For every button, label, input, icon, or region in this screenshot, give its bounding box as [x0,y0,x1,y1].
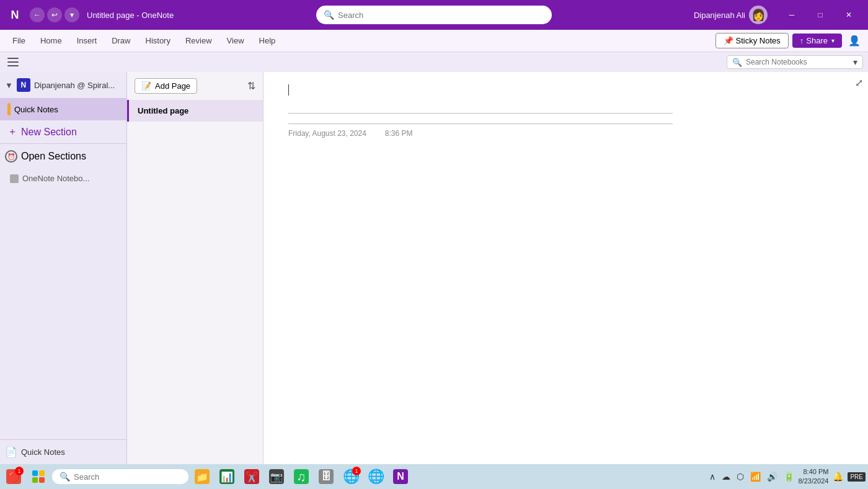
note-content: Friday, August 23, 2024 8:36 PM [264,72,868,464]
tray-cloud1[interactable]: ☁ [720,470,732,483]
taskbar-start-button[interactable] [27,465,50,488]
menu-file[interactable]: File [5,32,33,49]
add-page-button[interactable]: 📝 Add Page [135,78,197,94]
person-icon[interactable]: 👤 [846,32,863,49]
add-page-icon: 📝 [141,81,151,91]
new-section-button[interactable]: ＋ New Section [0,120,126,143]
page-title-input[interactable] [288,96,673,114]
menu-history[interactable]: History [138,32,178,49]
taskbar-app-files[interactable]: 📁 [191,465,213,488]
system-tray: ∧ ☁ ⬡ 📶 🔊 🔋 8:40 PM 8/23/2024 🔔 PRE [707,467,866,487]
camera-icon: 📷 [269,469,284,484]
menu-view[interactable]: View [219,32,252,49]
taskbar-app-spotify[interactable]: ♫ [290,465,312,488]
user-avatar[interactable]: 👩 [749,6,768,24]
title-search-input[interactable] [338,11,544,20]
search-notebooks-input[interactable] [746,58,847,66]
open-sections-icon: ⏰ [5,150,17,163]
expand-note-button[interactable]: ⤢ [855,78,863,88]
sidebar-footer[interactable]: 📄 Quick Notes [0,439,126,464]
notebook-name: Dipanjenah @ Spiral... [34,81,115,90]
ham-line-3 [7,65,19,66]
pages-header: 📝 Add Page ⇅ [127,72,263,100]
taskbar-app-spreadsheet[interactable]: 📊 [216,465,238,488]
clock[interactable]: 8:40 PM 8/23/2024 [799,467,829,487]
sticky-notes-button[interactable]: 📌 Sticky Notes [715,33,789,48]
expand-icon[interactable]: ▾ [853,57,857,67]
tray-notification[interactable]: 🔔 [831,470,845,483]
notebook-header[interactable]: ▼ N Dipanjenah @ Spiral... [0,72,126,98]
close-button[interactable]: ✕ [835,5,863,25]
tray-language[interactable]: PRE [848,472,866,482]
menu-home[interactable]: Home [33,32,69,49]
undo-button[interactable]: ↩ [47,7,62,22]
chrome-badge: 1 [352,467,361,475]
menu-help[interactable]: Help [252,32,283,49]
onenote-notebook-item[interactable]: OneNote Notebo... [0,169,126,188]
taskbar-app-onenote[interactable]: N [389,465,412,488]
taskbar-app-db[interactable]: 🗄 [315,465,337,488]
title-bar: N ← ↩ ▾ Untitled page - OneNote 🔍 Dipanj… [0,0,868,30]
onenote-taskbar-icon: N [393,469,408,484]
clock-date: 8/23/2024 [799,477,829,486]
search-notebooks-bar[interactable]: 🔍 ▾ [727,55,863,69]
sidebar: ▼ N Dipanjenah @ Spiral... Quick Notes ＋… [0,72,127,464]
ham-line-2 [7,61,19,63]
tray-wifi[interactable]: 📶 [748,470,763,483]
back-button[interactable]: ← [30,7,45,22]
section-color-bar-quick-notes [7,103,11,115]
share-label: Share [806,36,828,45]
footer-label: Quick Notes [21,447,65,457]
dropdown-button[interactable]: ▾ [64,7,79,22]
menu-insert[interactable]: Insert [69,32,105,49]
files-icon: 📁 [195,469,210,484]
page-item-untitled[interactable]: Untitled page [127,100,263,122]
share-button[interactable]: ↑ Share ▾ [792,34,842,48]
new-section-label: New Section [21,127,77,138]
menu-draw[interactable]: Draw [104,32,138,49]
sort-button[interactable]: ⇅ [247,80,255,92]
database-icon: 🗄 [319,469,334,484]
taskbar-app-camera[interactable]: 📷 [265,465,288,488]
taskbar-search-input[interactable] [74,472,181,482]
onenote-notebook-label: OneNote Notebo... [22,174,89,183]
share-dropdown-icon: ▾ [831,37,835,44]
user-area: Dipanjenah Ali 👩 [694,6,768,24]
plus-icon: ＋ [7,125,17,138]
page-date: Friday, August 23, 2024 [288,129,366,138]
taskbar-app-snip[interactable]: ✂️ [241,465,263,488]
tray-up-arrow[interactable]: ∧ [707,470,717,483]
menu-bar: File Home Insert Draw History Review Vie… [0,30,868,52]
tray-volume[interactable]: 🔊 [765,470,779,483]
text-cursor [288,84,289,96]
note-area: ⤢ Friday, August 23, 2024 8:36 PM [264,72,868,464]
open-sections-button[interactable]: ⏰ Open Sections [0,143,126,169]
tray-battery[interactable]: 🔋 [782,470,796,483]
sidebar-section-quick-notes[interactable]: Quick Notes [0,98,126,120]
maximize-button[interactable]: □ [806,5,835,25]
page-body[interactable] [288,145,843,331]
taskbar: 🔴 1 🔍 📁 📊 ✂️ 📷 ♫ 🗄 🌐 1 🌐 [0,464,868,489]
clock-time: 8:40 PM [799,467,829,477]
sticky-notes-icon: 📌 [724,36,733,45]
open-sections-label: Open Sections [21,151,86,162]
menu-review[interactable]: Review [178,32,219,49]
hamburger-menu[interactable] [5,53,22,71]
sticky-notes-label: Sticky Notes [736,36,781,45]
note-toolbar: ⤢ [855,77,863,89]
minimize-button[interactable]: ─ [777,5,806,25]
taskbar-search-bar[interactable]: 🔍 [52,469,188,484]
taskbar-app-alert[interactable]: 🔴 1 [2,465,25,488]
spreadsheet-icon: 📊 [219,469,234,484]
taskbar-app-chrome-red[interactable]: 🌐 1 [340,465,362,488]
title-search-bar[interactable]: 🔍 [316,6,552,24]
quick-notes-label: Quick Notes [14,105,58,114]
tray-cloud2[interactable]: ⬡ [735,470,746,483]
title-bar-controls: ← ↩ ▾ [30,7,79,22]
taskbar-app-chrome-gray[interactable]: 🌐 [365,465,387,488]
search-icon: 🔍 [324,10,334,20]
onenote-notebook-icon [10,174,19,183]
page-time: 8:36 PM [385,129,413,138]
action-bar: 🔍 ▾ [0,52,868,72]
alert-badge: 1 [15,467,24,475]
